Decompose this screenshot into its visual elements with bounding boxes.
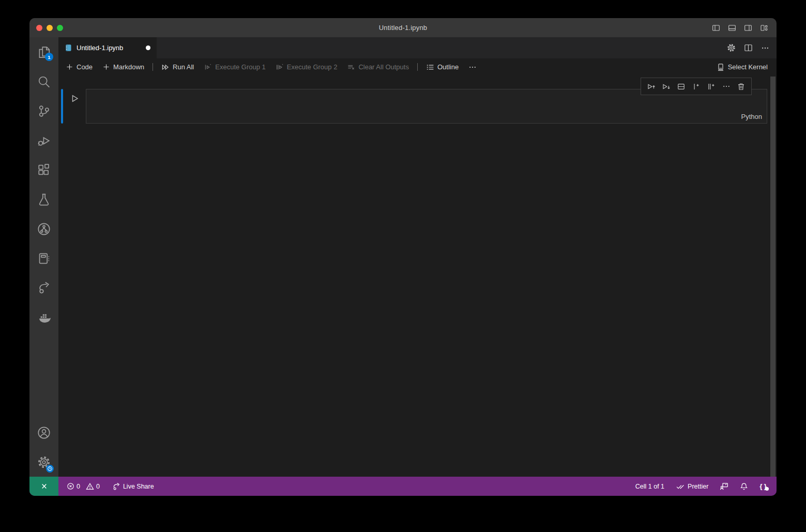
window-title: Untitled-1.ipynb xyxy=(379,24,428,32)
beaker-icon xyxy=(37,193,51,206)
notifications-status[interactable] xyxy=(740,482,748,491)
minimize-window-button[interactable] xyxy=(47,25,53,31)
screen: Untitled-1.ipynb xyxy=(0,0,806,532)
toolbar-divider xyxy=(153,63,153,71)
warning-icon xyxy=(86,482,94,491)
sidebar-item-extensions[interactable] xyxy=(29,155,58,185)
add-code-cell-button[interactable]: Code xyxy=(66,63,93,71)
sidebar-item-git-graph[interactable] xyxy=(29,214,58,244)
activity-bar: 1 xyxy=(29,37,58,477)
cell-focus-indicator[interactable] xyxy=(61,89,63,124)
warning-count: 0 xyxy=(96,483,100,490)
sidebar-item-accounts[interactable] xyxy=(29,418,58,447)
feedback-icon xyxy=(720,482,728,491)
list-icon xyxy=(426,63,434,71)
editor-actions xyxy=(727,37,777,58)
execute-group-2-button[interactable]: Execute Group 2 xyxy=(276,63,338,71)
insert-code-cell-icon[interactable] xyxy=(689,79,704,94)
outline-button[interactable]: Outline xyxy=(426,63,459,71)
layout-controls xyxy=(712,18,768,37)
run-cell-button[interactable] xyxy=(70,94,80,103)
live-share-icon xyxy=(112,482,120,491)
sidebar-item-docker[interactable] xyxy=(29,302,58,332)
titlebar: Untitled-1.ipynb xyxy=(29,18,777,37)
split-editor-icon[interactable] xyxy=(744,43,753,52)
live-share-icon xyxy=(37,281,51,295)
toggle-primary-sidebar-icon[interactable] xyxy=(712,24,720,32)
insert-markdown-cell-icon[interactable] xyxy=(704,79,719,94)
editor-group: Untitled-1.ipynb xyxy=(58,37,777,477)
sidebar-item-source-control[interactable] xyxy=(29,96,58,126)
tab-bar: Untitled-1.ipynb xyxy=(58,37,777,58)
feedback-status[interactable] xyxy=(720,482,728,491)
sidebar-item-testing[interactable] xyxy=(29,185,58,214)
toggle-secondary-sidebar-icon[interactable] xyxy=(744,24,752,32)
add-markdown-cell-button[interactable]: Markdown xyxy=(102,63,144,71)
editor-scrollbar[interactable] xyxy=(770,77,775,477)
workbench: 1 xyxy=(29,37,777,477)
explorer-badge: 1 xyxy=(45,53,53,61)
sidebar-item-explorer[interactable]: 1 xyxy=(29,37,58,67)
bell-icon xyxy=(740,482,748,491)
notebook-settings-icon[interactable] xyxy=(727,43,736,52)
cell-language-picker[interactable]: Python xyxy=(741,113,762,120)
select-kernel-button[interactable]: Select Kernel xyxy=(717,63,768,71)
remote-indicator[interactable] xyxy=(29,477,58,496)
plus-icon xyxy=(102,63,110,71)
cell-toolbar xyxy=(641,78,752,95)
sidebar-item-notebooks[interactable] xyxy=(29,244,58,273)
zoom-window-button[interactable] xyxy=(57,25,63,31)
delete-cell-icon[interactable] xyxy=(734,79,749,94)
more-actions-icon[interactable] xyxy=(761,44,769,52)
sidebar-item-run-debug[interactable] xyxy=(29,126,58,155)
docker-whale-icon xyxy=(37,311,51,324)
clear-all-outputs-button[interactable]: Clear All Outputs xyxy=(347,63,409,71)
double-check-icon xyxy=(676,482,685,490)
execute-above-cells-icon[interactable] xyxy=(644,79,659,94)
close-window-button[interactable] xyxy=(36,25,42,31)
toggle-panel-icon[interactable] xyxy=(728,24,736,32)
notebook-editor: Python xyxy=(58,75,777,477)
error-count: 0 xyxy=(77,483,80,490)
source-control-icon xyxy=(37,104,51,118)
split-cell-icon[interactable] xyxy=(674,79,689,94)
clear-all-outputs-icon xyxy=(347,63,355,71)
execute-group-icon xyxy=(276,63,284,71)
language-status-dot xyxy=(765,487,769,491)
kernel-icon xyxy=(717,63,725,71)
execute-group-icon xyxy=(204,63,212,71)
account-icon xyxy=(37,426,51,439)
language-status[interactable]: { } xyxy=(759,482,767,490)
run-all-icon xyxy=(161,63,170,71)
git-graph-icon xyxy=(37,222,51,236)
sidebar-item-settings[interactable] xyxy=(29,447,58,477)
run-all-button[interactable]: Run All xyxy=(161,63,194,71)
customize-layout-icon[interactable] xyxy=(760,24,768,32)
live-share-status[interactable]: Live Share xyxy=(112,482,154,491)
vscode-window: Untitled-1.ipynb xyxy=(29,18,777,496)
tab-label: Untitled-1.ipynb xyxy=(77,44,123,52)
toolbar-divider xyxy=(417,63,418,71)
error-icon xyxy=(67,482,74,490)
execute-cell-and-below-icon[interactable] xyxy=(659,79,674,94)
sidebar-item-search[interactable] xyxy=(29,67,58,96)
notebook-icon xyxy=(37,252,51,265)
problems-status[interactable]: 0 0 xyxy=(67,482,100,491)
toolbar-more-actions-icon[interactable] xyxy=(468,63,477,71)
formatter-status[interactable]: Prettier xyxy=(676,482,708,490)
status-bar: 0 0 Live Share Cell 1 of 1 Prettier xyxy=(29,477,777,496)
formatter-label: Prettier xyxy=(688,483,708,490)
debug-icon xyxy=(37,134,51,147)
cell-position-status[interactable]: Cell 1 of 1 xyxy=(635,483,664,490)
window-controls xyxy=(36,18,63,37)
settings-clock-badge xyxy=(46,465,54,473)
extensions-icon xyxy=(37,163,51,177)
remote-icon xyxy=(40,482,49,491)
tab-untitled-1-ipynb[interactable]: Untitled-1.ipynb xyxy=(58,37,157,58)
execute-group-1-button[interactable]: Execute Group 1 xyxy=(204,63,266,71)
cell-more-actions-icon[interactable] xyxy=(719,79,734,94)
sidebar-item-live-share[interactable] xyxy=(29,273,58,302)
plus-icon xyxy=(66,63,73,71)
live-share-label: Live Share xyxy=(123,483,154,490)
modified-indicator[interactable] xyxy=(146,45,150,50)
